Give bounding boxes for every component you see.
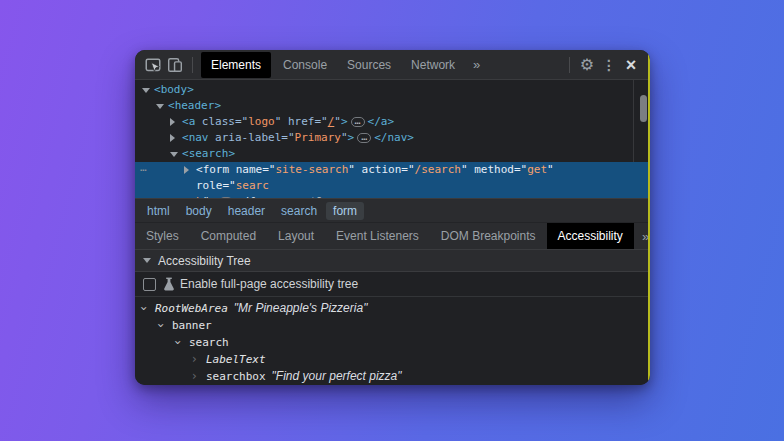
dom-tree-row[interactable]: …<form name="site-search" action="/searc… (135, 162, 650, 198)
accessibility-tree: ›RootWebArea"Mr Pineapple's Pizzeria"›ba… (135, 297, 650, 385)
code-attr: name=" (229, 163, 275, 176)
collapse-chevron-icon[interactable]: › (135, 306, 152, 311)
expand-twisty-icon[interactable] (184, 166, 189, 174)
code-val: logo (248, 115, 275, 128)
expand-twisty-icon[interactable] (170, 134, 175, 142)
dom-row-line: <nav aria-label="Primary">…</nav> (182, 130, 632, 146)
breadcrumb: htmlbodyheadersearchform (135, 198, 650, 222)
sidebar-tab-accessibility[interactable]: Accessibility (547, 223, 634, 249)
inspect-element-icon[interactable] (142, 54, 164, 76)
accessibility-node-search[interactable]: ›search (135, 334, 650, 351)
node-role: searchbox (206, 370, 266, 383)
dom-row-line: <a class="logo" href="/">…</a> (182, 114, 632, 130)
full-page-accessibility-row: Enable full-page accessibility tree (135, 272, 650, 297)
toolbar-divider (192, 57, 193, 73)
sidebar-tab-styles[interactable]: Styles (135, 223, 190, 249)
expand-chevron-icon[interactable]: › (192, 368, 197, 385)
settings-gear-icon[interactable]: ⚙ (576, 54, 598, 76)
dom-row-line: h">…</form> == $0 (196, 194, 632, 198)
collapse-chevron-icon[interactable]: › (169, 340, 186, 345)
collapse-twisty-icon[interactable] (142, 88, 150, 93)
toolbar-right-group: ⚙ ⋮ × (563, 54, 642, 76)
code-attr: " (334, 115, 341, 128)
scrollbar-thumb[interactable] (640, 95, 647, 122)
sidebar-tab-computed[interactable]: Computed (190, 223, 267, 249)
collapse-twisty-icon[interactable] (170, 152, 178, 157)
tab-sources[interactable]: Sources (337, 50, 401, 79)
toolbar-divider (569, 57, 570, 73)
collapse-chevron-icon[interactable]: › (152, 323, 169, 328)
dom-row-line: <body> (154, 82, 632, 98)
code-val: Primary (295, 131, 341, 144)
code-tag: </a> (368, 115, 395, 128)
code-attr: aria-label=" (209, 131, 295, 144)
sidebar-tab-dom-breakpoints[interactable]: DOM Breakpoints (430, 223, 547, 249)
tab-elements[interactable]: Elements (201, 52, 271, 78)
sidebar-tab-strip: StylesComputedLayoutEvent ListenersDOM B… (135, 222, 650, 249)
tab-console[interactable]: Console (273, 50, 337, 79)
code-tag: search (189, 147, 229, 160)
inline-expand-ellipsis-icon[interactable]: … (219, 197, 233, 198)
dom-tree-row[interactable]: <body> (135, 82, 650, 98)
node-role: RootWebArea (155, 302, 228, 315)
sidebar-tab-event-listeners[interactable]: Event Listeners (325, 223, 430, 249)
dom-tree-row[interactable]: <search> (135, 146, 650, 162)
code-tag: body (161, 83, 188, 96)
code-br: < (182, 147, 189, 160)
code-attr: " (341, 131, 348, 144)
window-edge-highlight (648, 50, 650, 385)
breadcrumb-item-html[interactable]: html (140, 202, 177, 220)
dom-tree-row[interactable]: <a class="logo" href="/">…</a> (135, 114, 650, 130)
devtools-toolbar: ElementsConsoleSourcesNetwork » ⚙ ⋮ × (135, 50, 650, 80)
code-br: > (187, 83, 194, 96)
node-role: search (189, 336, 229, 349)
elements-dom-tree: <body><header><a class="logo" href="/">…… (135, 80, 650, 198)
collapse-twisty-icon[interactable] (156, 104, 164, 109)
code-br: < (154, 83, 161, 96)
dom-tree-row[interactable]: <nav aria-label="Primary">…</nav> (135, 130, 650, 146)
device-toolbar-glyph (166, 56, 184, 74)
inline-expand-ellipsis-icon[interactable]: … (357, 133, 371, 143)
code-attr: " action=" (348, 163, 414, 176)
accessibility-node-labeltext[interactable]: ›LabelText (135, 351, 650, 368)
breadcrumb-item-header[interactable]: header (221, 202, 272, 220)
breadcrumb-item-form[interactable]: form (326, 202, 364, 220)
row-menu-dots-icon[interactable]: … (140, 160, 148, 176)
code-attr: class=" (195, 115, 248, 128)
code-tag: </nav> (374, 131, 414, 144)
inline-expand-ellipsis-icon[interactable]: … (351, 117, 365, 127)
sidebar-tab-layout[interactable]: Layout (267, 223, 325, 249)
accessibility-node-banner[interactable]: ›banner (135, 317, 650, 334)
device-toolbar-icon[interactable] (164, 54, 186, 76)
accessibility-tree-section-header[interactable]: Accessibility Tree (135, 249, 650, 272)
more-tabs-icon[interactable]: » (465, 57, 488, 72)
node-role: LabelText (206, 353, 266, 366)
code-br: < (196, 163, 203, 176)
node-accessible-name: "Find your perfect pizza" (272, 369, 402, 383)
tab-network[interactable]: Network (401, 50, 465, 79)
code-attr: " method=" (461, 163, 527, 176)
accessibility-node-rootwebarea[interactable]: ›RootWebArea"Mr Pineapple's Pizzeria" (135, 300, 650, 317)
breadcrumb-item-search[interactable]: search (274, 202, 324, 220)
enable-full-page-checkbox[interactable] (143, 278, 156, 291)
section-title: Accessibility Tree (158, 254, 251, 268)
code-attr: " href=" (275, 115, 328, 128)
checkbox-label: Enable full-page accessibility tree (180, 277, 358, 291)
close-icon[interactable]: × (620, 54, 642, 76)
expand-chevron-icon[interactable]: › (192, 351, 197, 368)
code-val: site-search (275, 163, 348, 176)
code-val: searc (236, 179, 269, 192)
desktop-background: ElementsConsoleSourcesNetwork » ⚙ ⋮ × <b… (0, 0, 784, 441)
dom-tree-row[interactable]: <header> (135, 98, 650, 114)
dom-row-line: <search> (182, 146, 632, 162)
node-role: banner (172, 319, 212, 332)
expand-twisty-icon[interactable] (170, 118, 175, 126)
devtools-tab-strip: ElementsConsoleSourcesNetwork (199, 50, 465, 79)
breadcrumb-item-body[interactable]: body (179, 202, 219, 220)
kebab-menu-icon[interactable]: ⋮ (598, 54, 620, 76)
accessibility-node-searchbox[interactable]: ›searchbox"Find your perfect pizza" (135, 368, 650, 385)
code-br: > (348, 131, 355, 144)
code-br: < (168, 99, 175, 112)
code-br: > (214, 99, 221, 112)
code-tag: nav (189, 131, 209, 144)
